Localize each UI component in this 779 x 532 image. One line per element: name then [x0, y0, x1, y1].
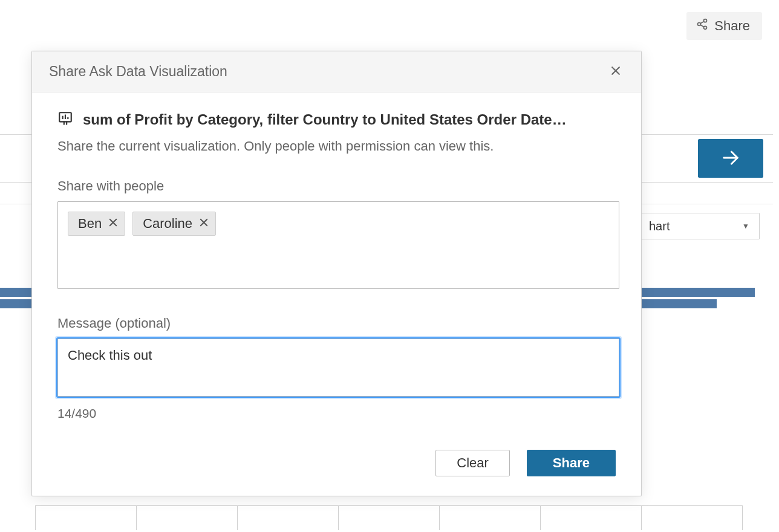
- remove-person-button[interactable]: [198, 216, 209, 232]
- modal-body: sum of Profit by Category, filter Countr…: [32, 92, 641, 496]
- chevron-down-icon: ▼: [742, 222, 749, 230]
- person-chip: Ben: [68, 212, 125, 236]
- share-submit-button[interactable]: Share: [527, 450, 616, 476]
- svg-line-4: [700, 21, 704, 23]
- modal-actions: Clear Share: [57, 450, 616, 476]
- chart-type-select[interactable]: hart ▼: [639, 213, 760, 239]
- chip-label: Ben: [78, 216, 102, 232]
- close-icon: [610, 70, 622, 79]
- close-icon: [108, 216, 119, 232]
- person-chip: Caroline: [132, 212, 216, 236]
- share-button-label: Share: [714, 18, 750, 34]
- remove-person-button[interactable]: [108, 216, 119, 232]
- clear-button[interactable]: Clear: [435, 450, 510, 476]
- share-icon: [696, 18, 708, 34]
- arrow-right-icon: [720, 148, 741, 170]
- svg-point-1: [698, 23, 701, 26]
- query-text: sum of Profit by Category, filter Countr…: [83, 111, 567, 128]
- people-field-label: Share with people: [57, 178, 616, 194]
- top-toolbar: Share: [686, 12, 762, 40]
- query-row: sum of Profit by Category, filter Countr…: [57, 111, 616, 129]
- svg-point-2: [704, 26, 707, 29]
- svg-point-0: [704, 19, 707, 22]
- char-count: 14/490: [57, 406, 616, 421]
- modal-header: Share Ask Data Visualization: [32, 51, 641, 92]
- close-icon: [198, 216, 209, 232]
- people-input[interactable]: Ben Caroline: [57, 201, 619, 289]
- run-query-button[interactable]: [698, 139, 763, 178]
- viz-icon: [57, 111, 73, 129]
- chart-axis: [35, 505, 743, 530]
- share-helper-text: Share the current visualization. Only pe…: [57, 138, 616, 154]
- modal-title: Share Ask Data Visualization: [49, 63, 227, 80]
- close-button[interactable]: [607, 62, 624, 81]
- share-modal: Share Ask Data Visualization sum: [31, 51, 642, 496]
- svg-line-3: [700, 25, 704, 27]
- share-button[interactable]: Share: [686, 12, 762, 40]
- message-input[interactable]: [57, 339, 619, 397]
- message-field-label: Message (optional): [57, 316, 616, 331]
- chip-label: Caroline: [143, 216, 192, 232]
- chart-type-value: hart: [649, 219, 670, 233]
